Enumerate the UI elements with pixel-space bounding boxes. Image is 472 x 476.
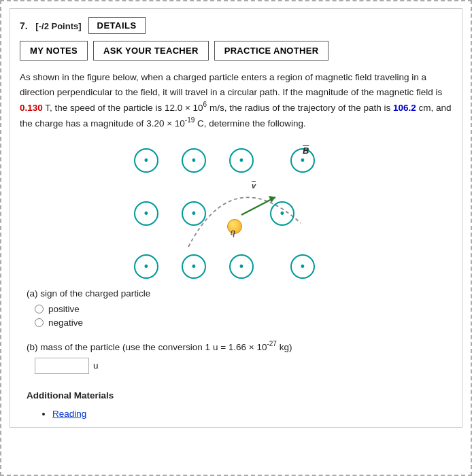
question-header: 7. [-/2 Points] DETAILS <box>20 17 452 34</box>
question-number: 7. [-/2 Points] <box>20 20 82 31</box>
mass-input-row: u <box>35 358 452 374</box>
dot-field-1 <box>134 148 158 173</box>
dot-field-3 <box>229 148 254 173</box>
question-box: 7. [-/2 Points] DETAILS MY NOTES ASK YOU… <box>10 8 462 428</box>
diagram: B v q <box>127 141 345 277</box>
positive-radio[interactable] <box>35 305 44 313</box>
page-container: 7. [-/2 Points] DETAILS MY NOTES ASK YOU… <box>0 0 472 476</box>
unit-label: u <box>93 360 99 371</box>
dot-field-2 <box>182 148 206 173</box>
negative-label: negative <box>48 318 83 328</box>
problem-text: As shown in the figure below, when a cha… <box>20 70 452 131</box>
charge-label: q <box>231 228 235 237</box>
part-a-label: (a) sign of the charged particle <box>27 288 452 299</box>
details-button[interactable]: DETAILS <box>88 17 146 34</box>
part-b-section: (b) mass of the particle (use the conver… <box>27 340 452 374</box>
practice-another-button[interactable]: PRACTICE ANOTHER <box>214 41 329 61</box>
part-b-label: (b) mass of the particle (use the conver… <box>27 340 452 352</box>
dot-field-6 <box>182 201 206 226</box>
dot-field-5 <box>134 201 158 226</box>
radius-value: 106.2 <box>393 103 416 113</box>
q-number: 7. <box>20 20 28 31</box>
dot-field-10 <box>229 254 254 279</box>
dot-field-9 <box>182 254 206 279</box>
negative-option[interactable]: negative <box>35 318 452 328</box>
field-value: 0.130 <box>20 103 43 113</box>
velocity-label: v <box>252 181 256 190</box>
reading-link[interactable]: Reading <box>52 409 86 419</box>
positive-option[interactable]: positive <box>35 304 452 314</box>
my-notes-button[interactable]: MY NOTES <box>20 41 88 61</box>
reading-list-item: Reading <box>52 405 452 419</box>
b-field-label: B <box>303 146 309 156</box>
mass-input[interactable] <box>35 358 89 374</box>
ask-teacher-button[interactable]: ASK YOUR TEACHER <box>93 41 209 61</box>
dot-field-8 <box>134 254 158 279</box>
positive-label: positive <box>48 304 80 314</box>
svg-marker-1 <box>269 196 275 203</box>
action-buttons-row: MY NOTES ASK YOUR TEACHER PRACTICE ANOTH… <box>20 41 452 61</box>
negative-radio[interactable] <box>35 318 44 327</box>
q-points: [-/2 Points] <box>35 21 81 31</box>
dot-field-7 <box>270 201 294 226</box>
parts-area: (a) sign of the charged particle positiv… <box>27 288 452 419</box>
additional-materials-header: Additional Materials <box>27 390 452 401</box>
dot-field-11 <box>290 254 315 279</box>
